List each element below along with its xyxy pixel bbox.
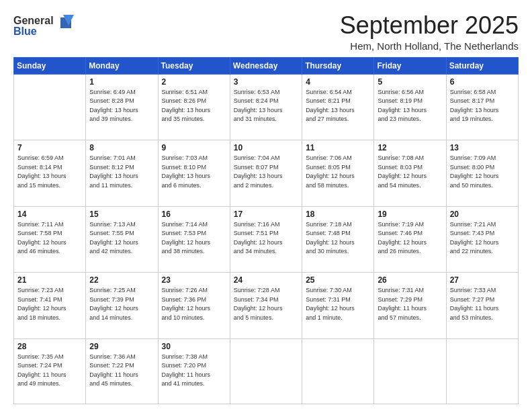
- col-thursday: Thursday: [302, 57, 374, 74]
- svg-text:Blue: Blue: [13, 26, 37, 37]
- day-cell-10: 10 Sunrise: 7:04 AMSunset: 8:07 PMDaylig…: [230, 140, 302, 207]
- day-cell-30: 30 Sunrise: 7:38 AMSunset: 7:20 PMDaylig…: [158, 338, 230, 404]
- day-cell-13: 13 Sunrise: 7:09 AMSunset: 8:00 PMDaylig…: [446, 140, 518, 207]
- day-cell-6: 6 Sunrise: 6:58 AMSunset: 8:17 PMDayligh…: [446, 74, 518, 140]
- col-tuesday: Tuesday: [158, 57, 230, 74]
- day-cell-25: 25 Sunrise: 7:30 AMSunset: 7:31 PMDaylig…: [302, 273, 374, 339]
- day-cell-23: 23 Sunrise: 7:26 AMSunset: 7:36 PMDaylig…: [158, 273, 230, 339]
- month-title: September 2025: [340, 12, 519, 39]
- day-cell-29: 29 Sunrise: 7:36 AMSunset: 7:22 PMDaylig…: [86, 338, 158, 404]
- day-cell-15: 15 Sunrise: 7:13 AMSunset: 7:55 PMDaylig…: [86, 206, 158, 273]
- day-cell-5: 5 Sunrise: 6:56 AMSunset: 8:19 PMDayligh…: [374, 74, 446, 140]
- empty-cell: [374, 338, 446, 404]
- day-cell-12: 12 Sunrise: 7:08 AMSunset: 8:03 PMDaylig…: [374, 140, 446, 207]
- logo: General Blue: [13, 12, 74, 43]
- day-cell-11: 11 Sunrise: 7:06 AMSunset: 8:05 PMDaylig…: [302, 140, 374, 207]
- table-row: 1 Sunrise: 6:49 AMSunset: 8:28 PMDayligh…: [14, 74, 519, 140]
- day-cell-1: 1 Sunrise: 6:49 AMSunset: 8:28 PMDayligh…: [86, 74, 158, 140]
- table-row: 14 Sunrise: 7:11 AMSunset: 7:58 PMDaylig…: [14, 206, 519, 273]
- page: General Blue September 2025 Hem, North H…: [0, 0, 532, 411]
- calendar-table: Sunday Monday Tuesday Wednesday Thursday…: [13, 57, 519, 404]
- day-cell-18: 18 Sunrise: 7:18 AMSunset: 7:48 PMDaylig…: [302, 206, 374, 273]
- day-cell-27: 27 Sunrise: 7:33 AMSunset: 7:27 PMDaylig…: [446, 273, 518, 339]
- day-cell-19: 19 Sunrise: 7:19 AMSunset: 7:46 PMDaylig…: [374, 206, 446, 273]
- day-cell-28: 28 Sunrise: 7:35 AMSunset: 7:24 PMDaylig…: [14, 338, 86, 404]
- col-monday: Monday: [86, 57, 158, 74]
- day-cell-20: 20 Sunrise: 7:21 AMSunset: 7:43 PMDaylig…: [446, 206, 518, 273]
- empty-cell: [302, 338, 374, 404]
- day-cell-26: 26 Sunrise: 7:31 AMSunset: 7:29 PMDaylig…: [374, 273, 446, 339]
- day-cell-4: 4 Sunrise: 6:54 AMSunset: 8:21 PMDayligh…: [302, 74, 374, 140]
- table-row: 28 Sunrise: 7:35 AMSunset: 7:24 PMDaylig…: [14, 338, 519, 404]
- header: General Blue September 2025 Hem, North H…: [13, 12, 519, 52]
- day-cell-17: 17 Sunrise: 7:16 AMSunset: 7:51 PMDaylig…: [230, 206, 302, 273]
- day-cell-21: 21 Sunrise: 7:23 AMSunset: 7:41 PMDaylig…: [14, 273, 86, 339]
- calendar-header-row: Sunday Monday Tuesday Wednesday Thursday…: [14, 57, 519, 74]
- day-cell-22: 22 Sunrise: 7:25 AMSunset: 7:39 PMDaylig…: [86, 273, 158, 339]
- empty-cell: [14, 74, 86, 140]
- title-block: September 2025 Hem, North Holland, The N…: [340, 12, 519, 52]
- location-title: Hem, North Holland, The Netherlands: [340, 40, 519, 52]
- day-cell-7: 7 Sunrise: 6:59 AMSunset: 8:14 PMDayligh…: [14, 140, 86, 207]
- col-saturday: Saturday: [446, 57, 518, 74]
- day-cell-24: 24 Sunrise: 7:28 AMSunset: 7:34 PMDaylig…: [230, 273, 302, 339]
- col-friday: Friday: [374, 57, 446, 74]
- day-cell-14: 14 Sunrise: 7:11 AMSunset: 7:58 PMDaylig…: [14, 206, 86, 273]
- table-row: 21 Sunrise: 7:23 AMSunset: 7:41 PMDaylig…: [14, 273, 519, 339]
- day-cell-16: 16 Sunrise: 7:14 AMSunset: 7:53 PMDaylig…: [158, 206, 230, 273]
- svg-text:General: General: [13, 15, 54, 26]
- day-cell-3: 3 Sunrise: 6:53 AMSunset: 8:24 PMDayligh…: [230, 74, 302, 140]
- day-cell-8: 8 Sunrise: 7:01 AMSunset: 8:12 PMDayligh…: [86, 140, 158, 207]
- day-cell-9: 9 Sunrise: 7:03 AMSunset: 8:10 PMDayligh…: [158, 140, 230, 207]
- table-row: 7 Sunrise: 6:59 AMSunset: 8:14 PMDayligh…: [14, 140, 519, 207]
- empty-cell: [446, 338, 518, 404]
- empty-cell: [230, 338, 302, 404]
- logo-text: General Blue: [13, 12, 74, 43]
- day-cell-2: 2 Sunrise: 6:51 AMSunset: 8:26 PMDayligh…: [158, 74, 230, 140]
- col-wednesday: Wednesday: [230, 57, 302, 74]
- col-sunday: Sunday: [14, 57, 86, 74]
